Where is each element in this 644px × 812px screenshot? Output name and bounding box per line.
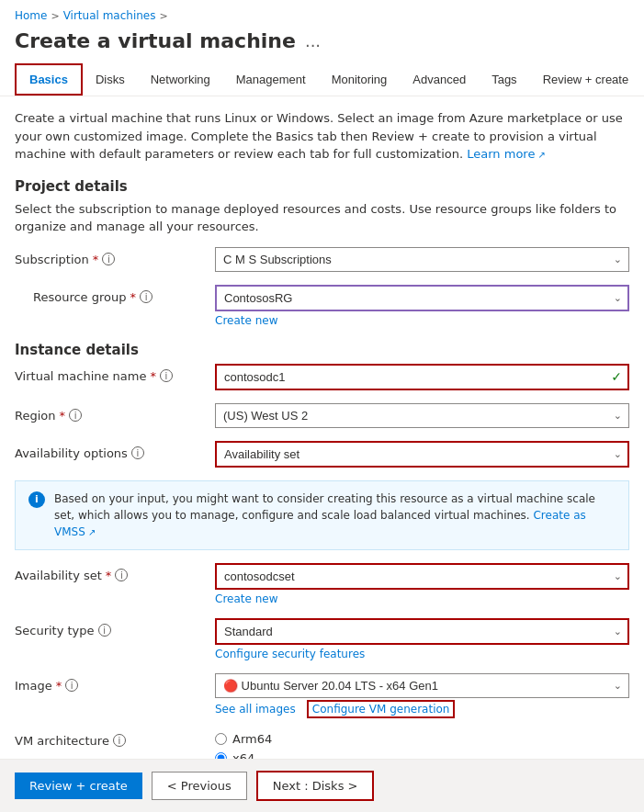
vm-name-row: Virtual machine name * i ✓ bbox=[15, 364, 629, 390]
vm-name-control: ✓ bbox=[215, 364, 629, 390]
scale-set-info-banner: i Based on your input, you might want to… bbox=[15, 480, 629, 550]
subscription-select[interactable]: C M S Subscriptions bbox=[215, 247, 629, 272]
subscription-control: C M S Subscriptions ⌄ bbox=[215, 247, 629, 272]
vm-name-info-icon[interactable]: i bbox=[160, 369, 173, 382]
availability-set-create-new[interactable]: Create new bbox=[215, 592, 278, 605]
security-type-row: Security type i Standard ⌄ Configure sec… bbox=[15, 618, 629, 660]
subscription-label: Subscription * i bbox=[15, 247, 208, 266]
vm-arch-info-icon[interactable]: i bbox=[113, 734, 126, 747]
breadcrumb-home[interactable]: Home bbox=[15, 9, 47, 22]
tab-bar: Basics Disks Networking Management Monit… bbox=[0, 63, 644, 96]
page-description: Create a virtual machine that runs Linux… bbox=[15, 109, 629, 164]
image-label: Image * i bbox=[15, 673, 208, 693]
vm-name-input-wrapper: ✓ bbox=[215, 364, 629, 390]
configure-vm-gen-link[interactable]: Configure VM generation bbox=[307, 700, 456, 718]
availability-set-label: Availability set * i bbox=[15, 563, 208, 582]
security-type-control: Standard ⌄ Configure security features bbox=[215, 618, 629, 660]
vm-name-check-icon: ✓ bbox=[611, 369, 622, 384]
availability-set-select[interactable]: contosodcset bbox=[215, 563, 629, 590]
availability-options-info-icon[interactable]: i bbox=[131, 446, 144, 459]
availability-options-label: Availability options i bbox=[15, 441, 208, 460]
region-row: Region * i (US) West US 2 ⌄ bbox=[15, 403, 629, 428]
resource-group-label: Resource group * i bbox=[15, 285, 208, 304]
footer-bar: Review + create < Previous Next : Disks … bbox=[0, 759, 644, 812]
info-banner-text: Based on your input, you might want to c… bbox=[54, 491, 616, 540]
tab-disks[interactable]: Disks bbox=[83, 63, 138, 96]
breadcrumb-sep2: > bbox=[160, 10, 168, 22]
vm-arch-label: VM architecture i bbox=[15, 728, 208, 748]
security-type-select-wrapper: Standard ⌄ bbox=[215, 618, 629, 645]
availability-options-row: Availability options i Availability set … bbox=[15, 441, 629, 468]
image-select[interactable]: 🔴 Ubuntu Server 20.04 LTS - x64 Gen1 bbox=[215, 673, 629, 698]
resource-group-row: Resource group * i ContososRG ⌄ Create n… bbox=[15, 285, 629, 327]
availability-options-control: Availability set ⌄ bbox=[215, 441, 629, 468]
tab-advanced[interactable]: Advanced bbox=[400, 63, 479, 96]
info-banner-icon: i bbox=[28, 491, 45, 508]
more-options-icon[interactable]: ... bbox=[305, 31, 321, 51]
previous-button[interactable]: < Previous bbox=[152, 772, 247, 800]
vm-name-label: Virtual machine name * i bbox=[15, 364, 208, 383]
breadcrumb-vms[interactable]: Virtual machines bbox=[63, 9, 156, 22]
availability-options-select-wrapper: Availability set ⌄ bbox=[215, 441, 629, 468]
image-links: See all images Configure VM generation bbox=[215, 702, 629, 716]
subscription-select-wrapper: C M S Subscriptions ⌄ bbox=[215, 247, 629, 272]
subscription-info-icon[interactable]: i bbox=[102, 253, 115, 265]
next-disks-button[interactable]: Next : Disks > bbox=[256, 771, 375, 801]
resource-group-control: ContososRG ⌄ Create new bbox=[215, 285, 629, 327]
image-select-wrapper: 🔴 Ubuntu Server 20.04 LTS - x64 Gen1 ⌄ bbox=[215, 673, 629, 698]
tab-tags[interactable]: Tags bbox=[479, 63, 529, 96]
tab-review-create[interactable]: Review + create bbox=[530, 63, 642, 96]
main-content: Create a virtual machine that runs Linux… bbox=[0, 96, 644, 795]
image-info-icon[interactable]: i bbox=[65, 679, 78, 692]
availability-options-select[interactable]: Availability set bbox=[215, 441, 629, 468]
tab-monitoring[interactable]: Monitoring bbox=[319, 63, 401, 96]
learn-more-link[interactable]: Learn more bbox=[467, 147, 546, 161]
page-title: Create a virtual machine bbox=[15, 29, 296, 52]
image-control: 🔴 Ubuntu Server 20.04 LTS - x64 Gen1 ⌄ S… bbox=[215, 673, 629, 716]
region-label: Region * i bbox=[15, 403, 208, 423]
region-select[interactable]: (US) West US 2 bbox=[215, 403, 629, 428]
project-details-title: Project details bbox=[15, 178, 629, 195]
image-row: Image * i 🔴 Ubuntu Server 20.04 LTS - x6… bbox=[15, 673, 629, 716]
tab-networking[interactable]: Networking bbox=[138, 63, 223, 96]
review-create-button[interactable]: Review + create bbox=[15, 773, 142, 799]
availability-set-info-icon[interactable]: i bbox=[115, 569, 128, 581]
arch-arm64-option[interactable]: Arm64 bbox=[215, 732, 629, 746]
resource-group-create-new[interactable]: Create new bbox=[215, 314, 278, 327]
security-type-select[interactable]: Standard bbox=[215, 618, 629, 645]
tab-management[interactable]: Management bbox=[223, 63, 319, 96]
region-info-icon[interactable]: i bbox=[69, 409, 82, 422]
configure-security-link[interactable]: Configure security features bbox=[215, 648, 365, 660]
region-control: (US) West US 2 ⌄ bbox=[215, 403, 629, 428]
arch-arm64-radio[interactable] bbox=[215, 733, 227, 745]
availability-set-select-wrapper: contosodcset ⌄ bbox=[215, 563, 629, 590]
subscription-row: Subscription * i C M S Subscriptions ⌄ bbox=[15, 247, 629, 272]
region-select-wrapper: (US) West US 2 ⌄ bbox=[215, 403, 629, 428]
breadcrumb: Home > Virtual machines > bbox=[0, 0, 644, 26]
security-type-info-icon[interactable]: i bbox=[98, 624, 111, 637]
page-title-area: Create a virtual machine ... bbox=[0, 26, 644, 63]
project-details-desc: Select the subscription to manage deploy… bbox=[15, 200, 629, 236]
see-all-images-link[interactable]: See all images bbox=[215, 703, 296, 716]
availability-set-control: contosodcset ⌄ Create new bbox=[215, 563, 629, 605]
tab-basics[interactable]: Basics bbox=[15, 63, 83, 96]
resource-group-select[interactable]: ContososRG bbox=[215, 285, 629, 311]
availability-set-row: Availability set * i contosodcset ⌄ Crea… bbox=[15, 563, 629, 605]
resource-group-info-icon[interactable]: i bbox=[140, 290, 153, 303]
resource-group-select-wrapper: ContososRG ⌄ bbox=[215, 285, 629, 311]
security-type-label: Security type i bbox=[15, 618, 208, 637]
breadcrumb-sep1: > bbox=[51, 10, 59, 22]
vm-name-input[interactable] bbox=[215, 364, 629, 390]
instance-details-title: Instance details bbox=[15, 342, 629, 358]
